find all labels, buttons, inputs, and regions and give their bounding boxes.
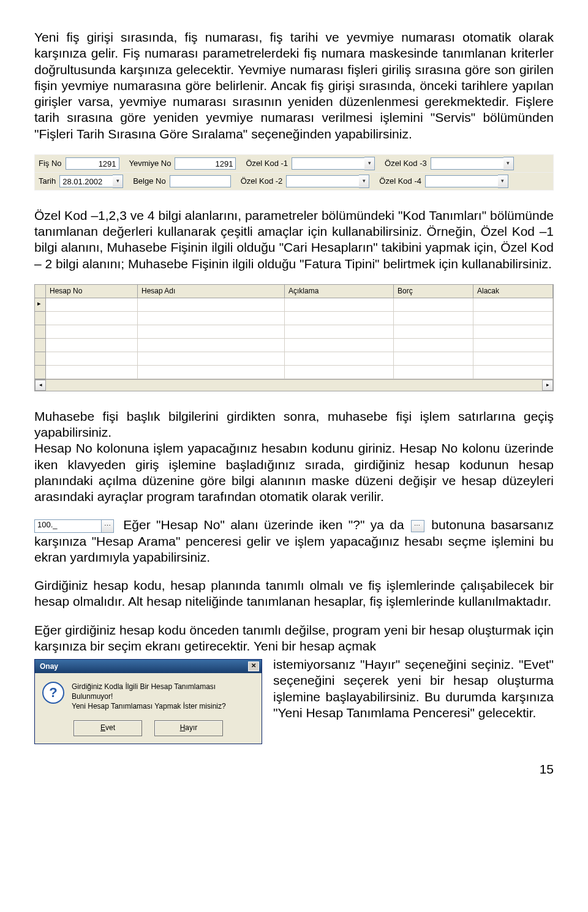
text: Eğer "Hesap No" alanı üzerinde iken "?" … bbox=[123, 518, 410, 532]
page-number: 15 bbox=[34, 761, 554, 777]
grid-rowhead bbox=[35, 366, 46, 379]
grid-cell[interactable] bbox=[138, 325, 285, 339]
fis-grid: Hesap No Hesap Adı Açıklama Borç Alacak … bbox=[34, 284, 554, 391]
grid-cell[interactable] bbox=[285, 352, 394, 366]
grid-cell[interactable] bbox=[394, 339, 473, 352]
dialog-line1: Girdiğiniz Kodla İlgili Bir Hesap Tanıml… bbox=[72, 682, 254, 701]
fisno-label: Fiş No bbox=[35, 159, 66, 168]
grid-rowhead bbox=[35, 339, 46, 352]
belge-label: Belge No bbox=[129, 176, 169, 186]
grid-cell[interactable] bbox=[473, 325, 553, 339]
grid-cell[interactable] bbox=[46, 339, 138, 352]
hesapno-input[interactable]: 100._ bbox=[34, 519, 102, 533]
ozel3-dropdown-icon[interactable]: ▾ bbox=[503, 157, 514, 170]
ozel1-dropdown-icon[interactable]: ▾ bbox=[364, 157, 375, 170]
ozel4-label: Özel Kod -4 bbox=[375, 176, 425, 186]
grid-cell[interactable] bbox=[46, 366, 138, 379]
ozel2-dropdown-icon[interactable]: ▾ bbox=[359, 175, 369, 188]
grid-cell[interactable] bbox=[285, 339, 394, 352]
dialog-yes-button[interactable]: Evet bbox=[74, 720, 142, 736]
grid-cell[interactable] bbox=[473, 298, 553, 312]
paragraph-hesapno: Muhasebe fişi başlık bilgilerini girdikt… bbox=[34, 409, 554, 505]
grid-rowhead bbox=[35, 312, 46, 325]
ellipsis-button-icon[interactable]: ⋯ bbox=[411, 520, 424, 532]
dialog-title: Onay bbox=[40, 662, 58, 671]
grid-cell[interactable] bbox=[285, 312, 394, 325]
question-icon: ? bbox=[42, 682, 64, 704]
grid-col-borc: Borç bbox=[394, 285, 473, 298]
dialog-line2: Yeni Hesap Tanımlaması Yapmak İster misi… bbox=[72, 701, 254, 711]
tarih-dropdown-icon[interactable]: ▾ bbox=[113, 175, 123, 188]
grid-cell[interactable] bbox=[46, 325, 138, 339]
grid-row-current-icon bbox=[35, 298, 46, 312]
grid-cell[interactable] bbox=[46, 312, 138, 325]
ozel3-input[interactable] bbox=[431, 157, 504, 170]
grid-cell[interactable] bbox=[473, 366, 553, 379]
dialog-text: Girdiğiniz Kodla İlgili Bir Hesap Tanıml… bbox=[72, 682, 254, 712]
grid-cell[interactable] bbox=[138, 312, 285, 325]
paragraph-hesapplan: Girdiğiniz hesap kodu, hesap planında ta… bbox=[34, 578, 554, 610]
grid-cell[interactable] bbox=[394, 298, 473, 312]
grid-cell[interactable] bbox=[138, 366, 285, 379]
paragraph-intro: Yeni fiş girişi sırasında, fiş numarası,… bbox=[34, 29, 554, 142]
grid-cell[interactable] bbox=[285, 298, 394, 312]
fis-form-block: Fiş No 1291 Yevmiye No 1291 Özel Kod -1 … bbox=[34, 154, 554, 190]
yevmiye-input[interactable]: 1291 bbox=[175, 157, 236, 170]
grid-col-aciklama: Açıklama bbox=[285, 285, 394, 298]
grid-col-hesapadi: Hesap Adı bbox=[138, 285, 285, 298]
ozel3-label: Özel Kod -3 bbox=[381, 159, 431, 168]
ozel4-input[interactable] bbox=[425, 175, 499, 187]
paragraph-hesap-lookup: 100._ ⋯ Eğer "Hesap No" alanı üzerinde i… bbox=[34, 517, 554, 565]
dialog-close-icon[interactable]: ✕ bbox=[248, 661, 259, 671]
yevmiye-label: Yevmiye No bbox=[126, 159, 175, 168]
grid-rowhead bbox=[35, 352, 46, 366]
grid-cell[interactable] bbox=[394, 325, 473, 339]
grid-cell[interactable] bbox=[473, 312, 553, 325]
paragraph-newaccount-lead: Eğer girdiğiniz hesap kodu önceden tanım… bbox=[34, 622, 554, 655]
grid-cell[interactable] bbox=[46, 298, 138, 312]
hesapno-inline-field: 100._ ⋯ bbox=[34, 519, 114, 533]
grid-cell[interactable] bbox=[138, 298, 285, 312]
hesapno-lookup-button[interactable]: ⋯ bbox=[102, 519, 114, 533]
scroll-right-icon[interactable]: ▸ bbox=[542, 380, 553, 391]
fisno-input[interactable]: 1291 bbox=[66, 157, 119, 170]
grid-col-hesapno: Hesap No bbox=[46, 285, 138, 298]
grid-cell[interactable] bbox=[394, 352, 473, 366]
grid-cell[interactable] bbox=[394, 366, 473, 379]
grid-rowhead bbox=[35, 285, 46, 298]
grid-col-alacak: Alacak bbox=[473, 285, 553, 298]
grid-rowhead bbox=[35, 325, 46, 339]
ozel2-label: Özel Kod -2 bbox=[237, 176, 287, 186]
grid-cell[interactable] bbox=[46, 352, 138, 366]
grid-cell[interactable] bbox=[138, 339, 285, 352]
tarih-label: Tarih bbox=[35, 176, 59, 186]
grid-cell[interactable] bbox=[138, 352, 285, 366]
belge-input[interactable] bbox=[170, 175, 231, 187]
ozel1-label: Özel Kod -1 bbox=[242, 159, 292, 168]
scroll-track[interactable] bbox=[46, 380, 542, 391]
grid-cell[interactable] bbox=[473, 352, 553, 366]
scroll-left-icon[interactable]: ◂ bbox=[35, 380, 46, 391]
dialog-no-button[interactable]: Hayır bbox=[154, 720, 223, 736]
grid-cell[interactable] bbox=[473, 339, 553, 352]
ozel2-input[interactable] bbox=[286, 175, 360, 187]
ozel1-input[interactable] bbox=[292, 157, 365, 170]
grid-cell[interactable] bbox=[285, 366, 394, 379]
tarih-input[interactable]: 28.01.2002 bbox=[59, 175, 113, 187]
ozel4-dropdown-icon[interactable]: ▾ bbox=[498, 175, 508, 188]
grid-cell[interactable] bbox=[285, 325, 394, 339]
grid-cell[interactable] bbox=[394, 312, 473, 325]
paragraph-ozelkod: Özel Kod –1,2,3 ve 4 bilgi alanlarını, p… bbox=[34, 208, 554, 272]
confirm-dialog: Onay ✕ ? Girdiğiniz Kodla İlgili Bir Hes… bbox=[34, 659, 262, 744]
